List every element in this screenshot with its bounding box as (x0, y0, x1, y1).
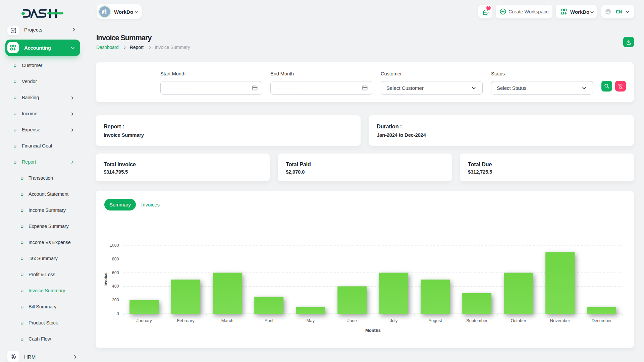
svg-text:600: 600 (112, 270, 119, 275)
svg-text:Invoice: Invoice (103, 273, 108, 287)
svg-text:April: April (265, 318, 273, 323)
svg-text:June: June (347, 318, 357, 323)
svg-text:July: July (390, 318, 398, 323)
svg-text:0: 0 (117, 311, 119, 316)
svg-text:December: December (592, 318, 612, 323)
svg-text:March: March (221, 318, 233, 323)
svg-text:Months: Months (365, 328, 381, 333)
svg-text:September: September (466, 318, 488, 323)
svg-text:400: 400 (112, 284, 119, 289)
svg-text:January: January (137, 318, 152, 323)
svg-text:May: May (306, 318, 315, 323)
svg-text:1000: 1000 (110, 243, 119, 248)
svg-text:800: 800 (112, 257, 119, 261)
svg-text:February: February (177, 318, 195, 323)
svg-text:August: August (428, 318, 442, 323)
svg-text:200: 200 (112, 298, 119, 302)
svg-text:November: November (550, 318, 571, 323)
svg-text:October: October (511, 318, 527, 323)
